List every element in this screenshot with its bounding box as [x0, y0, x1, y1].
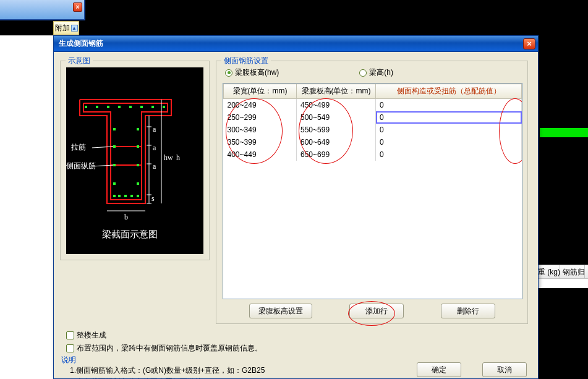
checkbox-label: 整楼生成: [77, 330, 106, 341]
radio-label: 梁高(h): [369, 67, 393, 78]
svg-rect-11: [113, 128, 116, 130]
delete-row-button[interactable]: 删除行: [441, 304, 495, 318]
cell-web-height[interactable]: 600~649: [297, 136, 376, 148]
radio-dot-icon: [359, 69, 367, 77]
svg-text:拉筋: 拉筋: [71, 143, 86, 151]
add-row-button[interactable]: 添加行: [349, 304, 404, 318]
diagram-group: 示意图: [60, 61, 210, 260]
svg-rect-14: [137, 145, 139, 148]
svg-rect-21: [124, 195, 127, 197]
checkbox-overwrite-existing[interactable]: 布置范围内，梁跨中有侧面钢筋信息时覆盖原钢筋信息。: [66, 343, 262, 354]
svg-rect-17: [113, 182, 116, 185]
svg-text:a: a: [153, 125, 156, 134]
svg-rect-0: [66, 67, 203, 254]
col-rebar-value[interactable]: 侧面构造或受扭筋（总配筋值）: [376, 84, 522, 99]
svg-rect-22: [130, 195, 133, 197]
svg-rect-23: [137, 195, 139, 197]
toolbar-tab-label: 附加: [55, 23, 70, 33]
table-row[interactable]: 250~299500~5490: [224, 111, 522, 124]
cell-rebar-value[interactable]: 0: [376, 148, 522, 161]
svg-rect-12: [137, 128, 139, 130]
cell-web-height[interactable]: 500~549: [297, 111, 376, 124]
svg-text:h: h: [176, 153, 180, 162]
cell-beam-width[interactable]: 400~449: [224, 148, 297, 161]
cell-beam-width[interactable]: 350~399: [224, 136, 297, 148]
parent-window-close-button[interactable]: ×: [73, 2, 82, 12]
table-row[interactable]: 350~399600~6490: [224, 136, 522, 148]
col-web-height[interactable]: 梁腹板高(单位：mm): [297, 84, 376, 99]
radio-label: 梁腹板高(hw): [235, 67, 279, 78]
svg-rect-9: [151, 106, 154, 108]
left-background-pane: [0, 35, 53, 379]
svg-rect-4: [96, 106, 98, 108]
checkbox-label: 布置范围内，梁跨中有侧面钢筋信息时覆盖原钢筋信息。: [77, 343, 262, 354]
svg-text:s: s: [151, 194, 155, 203]
parent-window-titlebar: ×: [0, 0, 85, 20]
svg-rect-10: [163, 106, 165, 108]
bg-col-weight: 重 (kg): [535, 265, 560, 278]
table-row[interactable]: 300~349550~5990: [224, 124, 522, 136]
svg-text:a: a: [153, 162, 156, 171]
background-grid: 重 (kg) 钢筋归: [535, 265, 588, 288]
bg-col-rebar: 钢筋归: [560, 265, 585, 278]
svg-rect-16: [137, 164, 139, 166]
checkbox-icon: [66, 331, 74, 339]
svg-rect-6: [118, 106, 121, 108]
svg-text:梁截面示意图: 梁截面示意图: [102, 229, 158, 239]
beam-section-diagram: 拉筋 侧面纵筋 a a a s hw h b 梁截面示意图: [66, 67, 203, 254]
cell-rebar-value[interactable]: 0: [376, 99, 522, 111]
cell-beam-width[interactable]: 250~299: [224, 111, 297, 124]
cell-web-height[interactable]: 550~599: [297, 124, 376, 136]
table-row[interactable]: 200~249450~4990: [224, 99, 522, 111]
radio-beam-height[interactable]: 梁高(h): [359, 67, 393, 78]
svg-rect-13: [113, 145, 116, 148]
diagram-legend: 示意图: [66, 56, 93, 66]
svg-rect-7: [129, 106, 132, 108]
svg-rect-19: [113, 195, 116, 197]
svg-rect-3: [85, 106, 87, 108]
dialog-titlebar[interactable]: 生成侧面钢筋 ×: [54, 36, 538, 52]
cell-beam-width[interactable]: 200~249: [224, 99, 297, 111]
dialog-close-button[interactable]: ×: [523, 38, 535, 49]
generate-side-rebar-dialog: 生成侧面钢筋 × 示意图: [53, 35, 539, 379]
radio-web-height[interactable]: 梁腹板高(hw): [225, 67, 279, 78]
cell-web-height[interactable]: 650~699: [297, 148, 376, 161]
col-beam-width[interactable]: 梁宽(单位：mm): [224, 84, 297, 99]
ok-button[interactable]: 确定: [417, 362, 461, 377]
cell-rebar-value[interactable]: 0: [376, 124, 522, 136]
dropdown-up-icon: ▲: [71, 25, 78, 32]
svg-rect-18: [137, 182, 139, 185]
svg-text:b: b: [124, 213, 128, 221]
toolbar-tab-attach[interactable]: 附加 ▲: [53, 21, 79, 35]
explanation-heading: 说明: [61, 355, 76, 365]
table-row[interactable]: 400~449650~6990: [224, 148, 522, 161]
dialog-title: 生成侧面钢筋: [59, 38, 103, 49]
cancel-button[interactable]: 取消: [482, 362, 527, 377]
svg-rect-15: [113, 164, 116, 166]
svg-rect-8: [140, 106, 143, 108]
highlight-row: [540, 128, 588, 137]
cell-rebar-value[interactable]: 0: [376, 136, 522, 148]
rebar-table[interactable]: 梁宽(单位：mm) 梁腹板高(单位：mm) 侧面构造或受扭筋（总配筋值） 200…: [223, 83, 522, 299]
web-height-settings-button[interactable]: 梁腹板高设置: [249, 304, 312, 318]
radio-dot-icon: [225, 69, 232, 77]
cell-beam-width[interactable]: 300~349: [224, 124, 297, 136]
svg-rect-20: [118, 195, 121, 197]
settings-legend: 侧面钢筋设置: [221, 56, 271, 66]
svg-rect-5: [107, 106, 109, 108]
side-rebar-settings-group: 侧面钢筋设置 梁腹板高(hw) 梁高(h) 梁宽(单位：mm) 梁腹板高(单: [216, 61, 528, 324]
svg-text:a: a: [153, 143, 156, 152]
svg-text:hw: hw: [164, 153, 173, 162]
checkbox-icon: [66, 344, 74, 352]
cell-web-height[interactable]: 450~499: [297, 99, 376, 111]
cell-rebar-value[interactable]: 0: [376, 111, 522, 124]
svg-text:侧面纵筋: 侧面纵筋: [66, 161, 96, 170]
checkbox-whole-building[interactable]: 整楼生成: [66, 330, 262, 341]
